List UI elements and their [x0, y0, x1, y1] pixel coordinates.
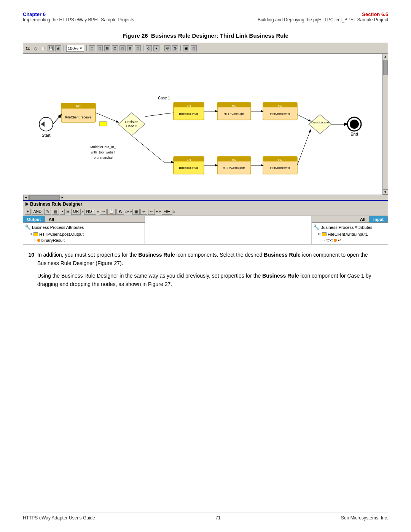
- brd-tool-undo[interactable]: ↩: [140, 209, 147, 215]
- tree-dot-binary: [37, 239, 40, 242]
- brd-tool-table[interactable]: ▦: [132, 209, 140, 215]
- toolbar-icon-box8[interactable]: ▣: [183, 45, 189, 51]
- brd-tool-A[interactable]: A: [116, 209, 124, 215]
- toolbar-icon-2[interactable]: ◇: [32, 45, 38, 51]
- brd-tool-bracket[interactable]: ⊣⊢: [162, 209, 172, 215]
- svg-text:Business Rule: Business Rule: [179, 112, 199, 115]
- brd-left-panel: Output All 🔧 Business Process Attributes…: [23, 216, 145, 244]
- scroll-left-button[interactable]: ◄: [23, 195, 29, 200]
- toolbar-icon-box7[interactable]: □: [135, 45, 141, 51]
- brd-content: Output All 🔧 Business Process Attributes…: [23, 216, 388, 244]
- brd-root-item: 🔧 Business Process Attributes: [25, 224, 143, 231]
- brd-left-header: Output All: [23, 216, 145, 223]
- diagram-canvas: Start FC FileClient.receive Decision Cas…: [23, 54, 383, 195]
- brd-right-tree: 🔧 Business Process Attributes ⊖ FileClie…: [312, 223, 388, 244]
- brd-all-tab-left[interactable]: All: [45, 216, 58, 222]
- svg-text:FileClient.write: FileClient.write: [270, 112, 290, 115]
- brd-all-tab-right[interactable]: All: [356, 216, 370, 222]
- brd-tool-pencil[interactable]: ✎: [44, 209, 51, 215]
- brd-fileclient-input-item: ⊖ FileClient.write.Input1: [318, 231, 386, 238]
- bold-business-rule-3: Business Rule: [262, 273, 299, 279]
- toolbar-icon-1[interactable]: ⇆: [25, 45, 31, 51]
- svg-marker-44: [309, 115, 331, 134]
- brd-left-tree: 🔧 Business Process Attributes ⊖ HTTPClie…: [23, 223, 145, 244]
- brd-tool-add[interactable]: AND: [32, 209, 43, 215]
- brd-tool-dot[interactable]: •: [60, 209, 65, 215]
- toolbar-icon-3[interactable]: 📋: [40, 45, 46, 51]
- scroll-thumb-bottom[interactable]: [29, 195, 60, 200]
- bold-business-rule-1: Business Rule: [138, 252, 175, 258]
- brd-headers-item: ⊖ headers: [34, 244, 143, 245]
- svg-text:End: End: [350, 132, 358, 136]
- business-rule-designer-panel: Business Rule Designer + AND ✎ ▤ • |≡ OR…: [23, 200, 388, 244]
- footer-right: Sun Microsystems, Inc.: [341, 515, 388, 521]
- svg-line-40: [132, 136, 164, 162]
- toolbar-icon-box9[interactable]: □: [191, 45, 197, 51]
- page-footer: HTTPS eWay Adapter User's Guide 71 Sun M…: [23, 513, 388, 521]
- scroll-right-button[interactable]: ►: [60, 195, 65, 200]
- toolbar-icon-print[interactable]: 🖨: [55, 45, 61, 51]
- toolbar-sep-5: [180, 45, 181, 51]
- brd-tool-raquo2: »: [97, 209, 99, 214]
- chapter-subtitle: Implementing the HTTPS eWay BPEL Sample …: [23, 17, 134, 22]
- bold-business-rule-2: Business Rule: [264, 252, 300, 258]
- diagram-toolbar: ⇆ ◇ 📋 💾 🖨 100% ▼ □ □ ⊞ ⊡ □ ⊞ □ ◇ ● ⊙ ⊗: [23, 43, 388, 54]
- scroll-up-button[interactable]: ▲: [383, 54, 388, 59]
- brd-input-tab[interactable]: Input: [370, 216, 388, 222]
- brd-tool-or[interactable]: OR: [71, 209, 81, 215]
- toolbar-icon-box4[interactable]: ⊡: [112, 45, 118, 51]
- svg-line-46: [297, 115, 311, 121]
- brd-toolbar: + AND ✎ ▤ • |≡ OR » NOT » ⇒ 📋 A «» » ▦ ↩…: [23, 208, 388, 216]
- svg-text:FC: FC: [278, 158, 282, 161]
- svg-text:Business Rule: Business Rule: [179, 166, 199, 169]
- toolbar-zoom[interactable]: 100% ▼: [66, 45, 84, 52]
- diagram-scrollbar-right[interactable]: ▲ ▼: [382, 54, 388, 195]
- brd-output-tab[interactable]: Output: [23, 216, 45, 222]
- brd-text-input-item: → text ↵: [322, 237, 386, 243]
- folder-icon: [33, 232, 38, 236]
- brd-tool-arrow[interactable]: ⇒: [100, 209, 107, 215]
- toolbar-icon-box3[interactable]: ⊞: [104, 45, 110, 51]
- diagram-container: ⇆ ◇ 📋 💾 🖨 100% ▼ □ □ ⊞ ⊡ □ ⊞ □ ◇ ● ⊙ ⊗: [23, 43, 388, 244]
- scroll-down-button[interactable]: ▼: [383, 189, 388, 195]
- chapter-label: Chapter 6: [23, 11, 134, 17]
- brd-collapse-icon[interactable]: [25, 202, 29, 206]
- svg-text:BR: BR: [186, 158, 191, 161]
- zoom-dropdown-icon[interactable]: ▼: [79, 46, 83, 50]
- header-left: Chapter 6 Implementing the HTTPS eWay BP…: [23, 11, 134, 22]
- svg-text:Case 1: Case 1: [158, 96, 170, 100]
- toolbar-icon-box2[interactable]: □: [97, 45, 103, 51]
- toolbar-icon-target[interactable]: ⊙: [164, 45, 170, 51]
- svg-text:FC: FC: [76, 104, 81, 108]
- brd-tool-not[interactable]: NOT: [84, 209, 96, 215]
- svg-text:FileClient.write: FileClient.write: [270, 166, 290, 169]
- diagram-scrollbar-bottom[interactable]: ◄ ►: [23, 195, 388, 200]
- header-right: Section 6.5 Building and Deploying the p…: [258, 11, 388, 22]
- brd-tool-sep1: |≡: [65, 209, 70, 214]
- figure-number: Figure 26: [123, 32, 148, 39]
- svg-text:MultipleData_In_: MultipleData_In_: [90, 145, 116, 149]
- brd-tool-grid[interactable]: ▤: [52, 209, 59, 215]
- svg-text:Decision: Decision: [125, 120, 139, 124]
- brd-tool-plus[interactable]: +: [25, 209, 31, 215]
- brd-httpclient-label: HTTPClient.post.Output: [39, 231, 84, 238]
- section-subtitle: Building and Deploying the prjHTTPClient…: [258, 17, 388, 22]
- scroll-thumb-right[interactable]: [383, 60, 388, 75]
- brd-right-panel: All Input 🔧 Business Process Attributes …: [312, 216, 388, 244]
- brd-text-arrow: text: [327, 237, 333, 243]
- diagram-svg: Start FC FileClient.receive Decision Cas…: [23, 54, 383, 195]
- toolbar-icon-box1[interactable]: □: [89, 45, 95, 51]
- brd-tool-direction[interactable]: ⇐: [148, 209, 155, 215]
- svg-line-25: [145, 113, 174, 117]
- brd-tool-copy[interactable]: 📋: [107, 209, 116, 215]
- toolbar-sep-1: [64, 45, 64, 51]
- toolbar-icon-x[interactable]: ⊗: [172, 45, 178, 51]
- page-header: Chapter 6 Implementing the HTTPS eWay BP…: [0, 0, 411, 26]
- toolbar-icon-circle1[interactable]: ●: [153, 45, 159, 51]
- svg-text:Decision.end: Decision.end: [311, 121, 329, 124]
- toolbar-icon-box6[interactable]: ⊞: [127, 45, 133, 51]
- toolbar-icon-save[interactable]: 💾: [48, 45, 54, 51]
- svg-text:Start: Start: [41, 133, 50, 137]
- toolbar-icon-box5[interactable]: □: [119, 45, 126, 51]
- toolbar-icon-diamond[interactable]: ◇: [146, 45, 152, 51]
